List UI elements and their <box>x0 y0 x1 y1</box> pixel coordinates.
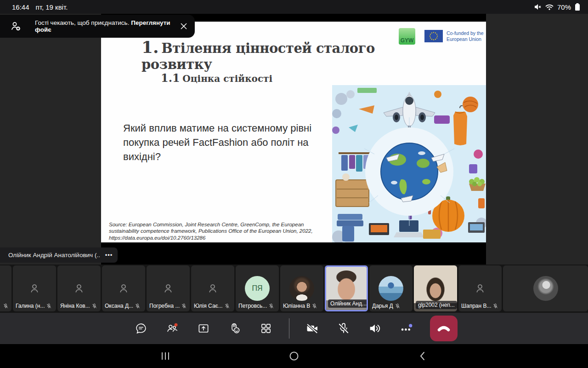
mic-off-icon <box>336 321 351 336</box>
participants-button[interactable] <box>162 318 182 339</box>
participant-name-row: Дарья Д <box>372 303 411 309</box>
slide-subtitle: 1.1 Оцінка стійкості <box>161 71 272 85</box>
apps-icon <box>259 322 273 335</box>
battery-percent: 70% <box>557 3 571 11</box>
participant-mic-off-icon <box>395 303 401 309</box>
participant-name-row: Петровсь... <box>238 303 277 309</box>
participant-mic-off-icon <box>224 303 230 309</box>
participant-name: Олійник Анд... <box>330 300 367 307</box>
apps-button[interactable] <box>256 318 276 339</box>
recents-icon <box>160 351 171 361</box>
participants-icon <box>165 322 179 335</box>
clock: 16:44 <box>12 3 29 11</box>
participant-mic-off-icon <box>46 303 52 309</box>
participant-tile[interactable]: Погребна ... <box>147 265 190 311</box>
participant-name-row: Яніна Ков... <box>60 303 99 309</box>
back-button[interactable] <box>409 344 436 368</box>
battery-icon <box>574 2 581 12</box>
wifi-icon <box>545 3 554 11</box>
participant-mic-off-icon <box>135 303 141 309</box>
participant-tile[interactable]: Галина (н... <box>13 265 56 311</box>
participant-mic-off-icon <box>268 303 274 309</box>
participant-avatar <box>533 276 558 301</box>
date: пт, 19 квіт. <box>36 3 68 11</box>
chat-icon <box>134 322 148 335</box>
share-screen-icon <box>197 322 210 335</box>
participant-tile[interactable]: Шапран В... <box>458 265 502 311</box>
recents-button[interactable] <box>152 344 179 368</box>
camera-off-icon <box>305 321 320 336</box>
participant-mic-off-icon <box>492 303 498 309</box>
participant-name: Юлія Сає... <box>194 303 223 309</box>
sound-muted-icon <box>533 3 542 11</box>
mic-off-button[interactable] <box>334 318 354 339</box>
presentation-slide: 1. Втілення цінностей сталого розвитку 1… <box>101 22 486 242</box>
more-button[interactable] <box>396 318 416 339</box>
participant-mic-off-icon <box>181 303 187 309</box>
participant-name-row: Погребна ... <box>149 303 188 309</box>
lobby-notification-text: Гості чекають, щоб приєднатись. Переглян… <box>35 19 176 33</box>
participant-name: Петровсь... <box>238 303 267 309</box>
participant-avatar <box>289 276 314 301</box>
person-placeholder-icon <box>162 282 175 295</box>
participant-name-row: Оксана Д... <box>105 303 144 309</box>
participant-name-row <box>0 303 9 309</box>
participant-name: Шапран В... <box>461 303 491 309</box>
participant-tile[interactable] <box>0 265 11 311</box>
reactions-button[interactable] <box>225 318 245 339</box>
presenter-more-button[interactable]: ••• <box>100 247 118 263</box>
participant-name: Юліанна В <box>283 303 310 309</box>
status-bar: 16:44 пт, 19 квіт. 70% <box>0 0 588 14</box>
speaker-icon <box>368 321 382 336</box>
home-button[interactable] <box>280 344 308 368</box>
participant-name: Дарья Д <box>372 303 393 309</box>
participant-tile[interactable]: Олійник Анд... <box>325 265 368 311</box>
participant-name-row: Олійник Анд... <box>328 299 368 308</box>
participant-tile[interactable]: Оксана Д... <box>102 265 145 311</box>
participant-name-row: Юлія Сає... <box>194 303 233 309</box>
person-placeholder-icon <box>28 282 41 295</box>
participant-name: Галина (н... <box>16 303 45 309</box>
participant-name: Погребна ... <box>149 303 180 309</box>
back-icon <box>418 351 427 362</box>
person-placeholder-icon <box>117 282 130 295</box>
participant-tile[interactable]: Юлія Сає... <box>191 265 234 311</box>
participant-tile[interactable]: Дарья Д <box>369 265 413 311</box>
participant-avatar <box>379 276 403 301</box>
chat-button[interactable] <box>131 318 151 339</box>
end-call-button[interactable] <box>430 316 458 341</box>
participant-tile[interactable]: Юліанна В <box>280 265 323 311</box>
participant-tile[interactable] <box>503 265 588 311</box>
participant-tile[interactable]: ПЯ Петровсь... <box>236 265 279 311</box>
close-icon[interactable] <box>179 22 188 31</box>
participant-tile[interactable]: glp2002 (неп... <box>414 265 457 311</box>
eu-cofunded-logo: Co-funded by the European Union <box>424 30 486 42</box>
participant-name-row: glp2002 (неп... <box>416 301 457 309</box>
eu-flag-icon <box>424 30 443 42</box>
more-icon <box>398 321 414 336</box>
initials-avatar: ПЯ <box>245 276 270 301</box>
share-screen-button[interactable] <box>193 318 214 339</box>
participant-tile-body <box>503 265 588 311</box>
participant-strip[interactable]: Галина (н... Яніна Ков... Оксана Д... По… <box>0 264 588 313</box>
participant-mic-off-icon <box>91 303 97 309</box>
participant-name-row: Юліанна В <box>283 303 322 309</box>
participant-name-row: Галина (н... <box>16 303 55 309</box>
shared-screen-stage[interactable]: 1. Втілення цінностей сталого розвитку 1… <box>0 14 588 264</box>
participant-mic-off-icon <box>311 303 317 309</box>
slide-illustration <box>332 85 486 242</box>
home-icon <box>288 351 300 362</box>
speaker-button[interactable] <box>365 318 385 339</box>
participant-name: glp2002 (неп... <box>418 302 455 308</box>
toolbar-divider <box>289 318 289 339</box>
call-toolbar <box>0 313 588 344</box>
person-add-icon <box>10 21 22 32</box>
person-placeholder-icon <box>73 282 85 295</box>
slide-question: Який вплив матиме на системному рівні по… <box>123 121 334 164</box>
camera-off-button[interactable] <box>302 318 322 339</box>
participant-name: Яніна Ков... <box>60 303 90 309</box>
person-placeholder-icon <box>474 282 486 295</box>
participant-name: Оксана Д... <box>105 303 133 309</box>
lobby-notification: Гості чекають, щоб приєднатись. Переглян… <box>0 15 195 38</box>
participant-tile[interactable]: Яніна Ков... <box>57 265 101 311</box>
